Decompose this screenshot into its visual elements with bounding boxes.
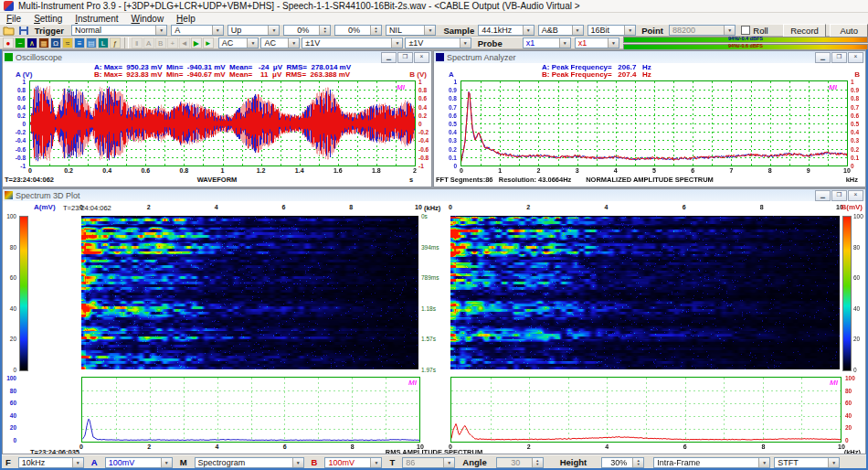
spectrum-canvas <box>461 81 847 166</box>
chevron-down-icon[interactable]: ▼ <box>155 26 166 35</box>
spinner-arrows-icon[interactable]: ▲▼ <box>370 26 381 35</box>
trigger-edge-select[interactable]: Up▼ <box>228 25 281 36</box>
chevron-down-icon[interactable]: ▼ <box>828 458 839 467</box>
spinner-arrows-icon[interactable]: ▲▼ <box>632 458 643 467</box>
chevron-down-icon: ▼ <box>724 26 735 35</box>
chevron-down-icon[interactable]: ▼ <box>247 38 258 48</box>
multimeter-icon[interactable]: Ω <box>50 37 61 48</box>
record-icon[interactable]: ● <box>3 37 14 48</box>
chevron-down-icon[interactable]: ▼ <box>608 38 619 48</box>
save-icon[interactable] <box>18 26 29 36</box>
trigger-source-select[interactable]: A▼ <box>171 25 224 36</box>
spectrum-3d-titlebar[interactable]: Spectrum 3D Plot ▁❐× <box>3 189 865 202</box>
range-b-amplitude-select[interactable]: 100mV▼ <box>324 457 382 468</box>
minimize-button[interactable]: ▁ <box>381 52 397 63</box>
tick-label: 0.6 <box>851 112 859 118</box>
trigger-delay-spinner[interactable]: 0%▲▼ <box>334 25 382 36</box>
sample-bits-select[interactable]: 16Bit▼ <box>587 25 637 36</box>
reference-b-icon[interactable]: B <box>155 37 166 48</box>
close-button[interactable]: × <box>414 52 429 63</box>
restore-button[interactable]: ❐ <box>831 190 847 201</box>
checkbox-icon[interactable] <box>741 26 750 35</box>
sample-channels-select[interactable]: A&B▼ <box>538 25 584 36</box>
spectrum-analyzer-icon[interactable]: ∧ <box>26 37 37 48</box>
probe-a-select[interactable]: x1▼ <box>523 37 571 48</box>
chevron-down-icon[interactable]: ▼ <box>391 38 402 48</box>
probe-b-select[interactable]: x1▼ <box>575 37 619 48</box>
chevron-down-icon[interactable]: ▼ <box>460 38 471 48</box>
range-a-select[interactable]: ±1V▼ <box>302 37 403 48</box>
tick-label: 9 <box>807 167 810 174</box>
freq-range-select[interactable]: 10kHz▼ <box>18 457 84 468</box>
chevron-down-icon[interactable]: ▼ <box>758 458 769 467</box>
chevron-down-icon[interactable]: ▼ <box>624 26 635 35</box>
trigger-mode-select[interactable]: Normal▼ <box>71 25 167 36</box>
titlebar[interactable]: Multi-Instrument Pro 3.9 - [+3DP+DLG+LCR… <box>0 0 868 13</box>
cursor-reader-icon[interactable]: + <box>167 37 178 48</box>
chevron-down-icon[interactable]: ▼ <box>212 26 223 35</box>
tick-label: 8 <box>760 204 764 210</box>
oscilloscope-titlebar[interactable]: Oscilloscope ▁❐× <box>3 51 431 64</box>
range-a-amplitude-select[interactable]: 100mV▼ <box>105 457 173 468</box>
tick-label: 0.2 <box>64 167 73 174</box>
close-button[interactable]: × <box>848 190 863 201</box>
tick-label: 0.8 <box>418 87 427 93</box>
chevron-down-icon[interactable]: ▼ <box>288 38 299 48</box>
oscilloscope-icon[interactable]: ~ <box>15 37 26 48</box>
spinner-arrows-icon[interactable]: ▲▼ <box>319 26 330 35</box>
close-button[interactable]: × <box>848 52 863 63</box>
signal-generator-icon[interactable]: ≈ <box>62 37 73 48</box>
hold-icon[interactable]: ‖ <box>132 37 143 48</box>
chevron-down-icon[interactable]: ▼ <box>559 38 570 48</box>
height-spinner[interactable]: 30%▲▼ <box>601 457 644 468</box>
range-b-select[interactable]: ±1V▼ <box>405 37 471 48</box>
coupling-a-select[interactable]: AC▼ <box>218 37 259 48</box>
restore-button[interactable]: ❐ <box>831 52 847 63</box>
play-icon[interactable]: ▶ <box>191 37 202 48</box>
open-file-icon[interactable] <box>3 26 16 36</box>
chevron-down-icon[interactable]: ▼ <box>268 26 279 35</box>
minimize-button[interactable]: ▁ <box>815 52 831 63</box>
device-test-plan-icon[interactable]: ≡ <box>74 37 85 48</box>
display-mode-select[interactable]: Spectrogram▼ <box>195 457 304 468</box>
loop-play-icon[interactable]: ► <box>203 37 214 48</box>
spectrum-3d-plot-icon[interactable]: ▦ <box>38 37 49 48</box>
channel-b-label: B <box>312 457 318 467</box>
menu-instrument[interactable]: Instrument <box>69 14 124 24</box>
sg-freq-unit: (kHz) <box>424 204 440 212</box>
trigger-hpf-select[interactable]: NIL▼ <box>386 25 437 36</box>
coupling-b-select[interactable]: AC▼ <box>260 37 300 48</box>
sample-rate-select[interactable]: 44.1kHz▼ <box>478 25 535 36</box>
menu-file[interactable]: File <box>0 14 27 24</box>
data-logger-icon[interactable]: ▤ <box>86 37 97 48</box>
volume-icon[interactable]: ◄ <box>179 37 190 48</box>
colorbar-a <box>19 216 28 371</box>
menu-help[interactable]: Help <box>170 14 202 24</box>
chevron-down-icon[interactable]: ▼ <box>161 458 172 467</box>
spec-right-axis-label: B <box>854 70 860 79</box>
lcr-meter-icon[interactable]: L <box>98 37 109 48</box>
chevron-down-icon[interactable]: ▼ <box>292 458 303 467</box>
tick-label: 8 <box>349 204 353 210</box>
chevron-down-icon[interactable]: ▼ <box>370 458 381 467</box>
roll-checkbox[interactable]: Roll <box>741 26 767 36</box>
menu-setting[interactable]: Setting <box>27 14 69 24</box>
tick-label: 1 <box>418 79 422 85</box>
spectrum-titlebar[interactable]: Spectrum Analyzer ▁❐× <box>434 51 865 64</box>
chevron-down-icon[interactable]: ▼ <box>72 458 83 467</box>
frame-mode-select[interactable]: Intra-Frame▼ <box>653 457 770 468</box>
tick-label: 0.1 <box>449 154 457 160</box>
chevron-down-icon[interactable]: ▼ <box>523 26 534 35</box>
toolbar-separator <box>124 37 129 48</box>
restore-button[interactable]: ❐ <box>397 52 413 63</box>
tick-label: 0.2 <box>17 112 26 118</box>
chevron-down-icon[interactable]: ▼ <box>424 26 435 35</box>
reference-a-icon[interactable]: A <box>143 37 154 48</box>
chevron-down-icon[interactable]: ▼ <box>572 26 583 35</box>
derived-data-icon[interactable]: ƒ <box>110 37 121 48</box>
tick-label: 0.8 <box>17 87 26 93</box>
menu-window[interactable]: Window <box>125 14 171 24</box>
transform-select[interactable]: STFT▼ <box>774 457 840 468</box>
minimize-button[interactable]: ▁ <box>815 190 831 201</box>
trigger-level-spinner[interactable]: 0%▲▼ <box>283 25 331 36</box>
